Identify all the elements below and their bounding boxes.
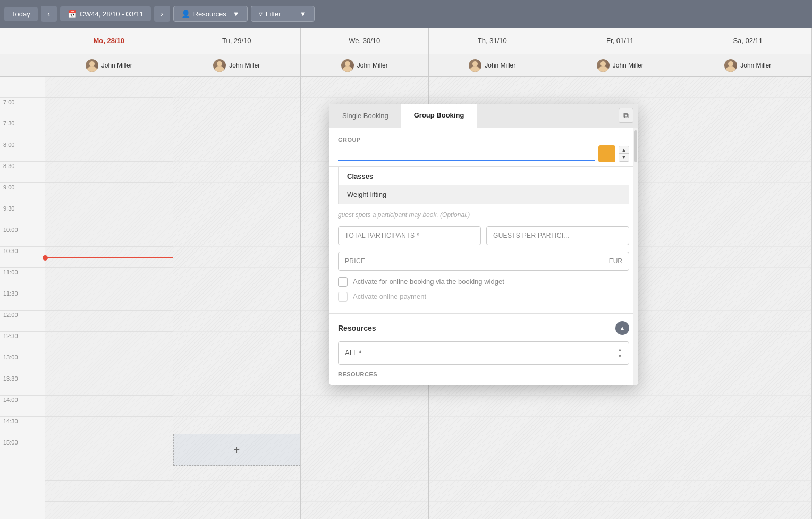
time-slot: 11:30 <box>0 289 45 311</box>
time-slot: 12:00 <box>0 311 45 332</box>
price-label: PRICE <box>345 257 609 265</box>
group-input-row: ▲ ▼ <box>338 145 629 162</box>
resources-header: Resources ▲ <box>338 321 629 335</box>
group-section: GROUP ▲ ▼ <box>329 128 638 167</box>
prev-week-button[interactable]: ‹ <box>41 6 57 22</box>
time-slot: 14:00 <box>0 396 45 417</box>
day-col-mon[interactable] <box>45 77 173 519</box>
resources-all-select[interactable]: ALL * ▲ ▼ <box>338 341 629 365</box>
modal-tabs: Single Booking Group Booking ⧉ <box>329 104 638 128</box>
next-week-button[interactable]: › <box>154 6 170 22</box>
modal-panel: Single Booking Group Booking ⧉ GROUP ▲ ▼ <box>329 104 638 385</box>
resource-name-wed: John Miller <box>357 62 388 69</box>
day-headers: Mo, 28/10 Tu, 29/10 We, 30/10 Th, 31/10 … <box>0 28 812 54</box>
today-button[interactable]: Today <box>4 7 38 21</box>
time-slot: 13:00 <box>0 353 45 374</box>
group-label: GROUP <box>338 137 629 143</box>
arrow-up-button[interactable]: ▲ <box>619 146 629 154</box>
resources-selector[interactable]: 👤 Resources ▼ <box>173 6 248 22</box>
time-slot: 8:30 <box>0 162 45 183</box>
toolbar: Today ‹ 📅 CW44, 28/10 - 03/11 › 👤 Resour… <box>0 0 812 28</box>
resource-cell-thu: John Miller <box>429 54 557 76</box>
time-slot: 9:30 <box>0 204 45 225</box>
time-slot: 8:00 <box>0 140 45 162</box>
day-header-mon: Mo, 28/10 <box>45 28 173 54</box>
resources-dropdown-icon: ▼ <box>233 10 240 18</box>
total-participants-field[interactable]: TOTAL PARTICIPANTS * <box>338 226 481 245</box>
resource-name-sat: John Miller <box>740 62 771 69</box>
select-down-icon: ▼ <box>618 354 622 359</box>
checkbox-online-payment: Activate online payment <box>338 292 629 302</box>
filter-selector[interactable]: ▿ Filter ▼ <box>251 6 315 22</box>
header-spacer <box>0 28 45 54</box>
online-booking-checkbox[interactable] <box>338 277 348 287</box>
price-field[interactable]: PRICE EUR <box>338 252 629 271</box>
tab-group-booking[interactable]: Group Booking <box>401 104 477 128</box>
resources-all-label: ALL * <box>345 349 618 357</box>
online-payment-checkbox[interactable] <box>338 292 348 302</box>
avatar-thu <box>469 59 481 72</box>
resources-collapse-button[interactable]: ▲ <box>615 321 629 335</box>
time-slot: 14:30 <box>0 417 45 438</box>
scrollbar-track[interactable] <box>633 128 638 385</box>
time-slot: 12:30 <box>0 332 45 353</box>
time-slot: 10:00 <box>0 225 45 247</box>
resources-title: Resources <box>338 324 376 332</box>
resources-label: Resources <box>193 10 230 18</box>
week-selector[interactable]: 📅 CW44, 28/10 - 03/11 <box>60 6 151 21</box>
time-slot: 11:00 <box>0 268 45 289</box>
calendar-icon: 📅 <box>67 10 77 18</box>
arrow-down-button[interactable]: ▼ <box>619 154 629 161</box>
day-col-tue[interactable]: + <box>173 77 301 519</box>
time-slot: 10:30 <box>0 247 45 268</box>
time-slot: 7:30 <box>0 119 45 140</box>
resources-select-arrows: ▲ ▼ <box>618 347 622 359</box>
group-input[interactable] <box>338 147 595 161</box>
dropdown-item-weightlifting[interactable]: Weight lifting <box>339 185 629 204</box>
time-slot <box>0 77 45 98</box>
time-slot: 15:00 <box>0 438 45 459</box>
resource-spacer <box>0 54 45 76</box>
day-header-thu: Th, 31/10 <box>429 28 557 54</box>
day-header-fri: Fr, 01/11 <box>556 28 684 54</box>
group-arrows: ▲ ▼ <box>619 146 629 162</box>
select-up-icon: ▲ <box>618 347 622 353</box>
filter-dropdown-icon: ▼ <box>300 10 307 18</box>
resource-name-mon: John Miller <box>102 62 132 69</box>
dropdown-category: Classes <box>339 167 629 185</box>
form-section: guest spots a participant may book. (Opt… <box>329 204 638 313</box>
current-time-dot <box>43 255 48 261</box>
time-slot: 7:00 <box>0 98 45 119</box>
resources-label: RESOURCES <box>338 371 629 378</box>
day-col-sat[interactable] <box>684 77 813 519</box>
time-slot: 13:30 <box>0 374 45 396</box>
day-header-wed: We, 30/10 <box>301 28 429 54</box>
time-slot: 9:00 <box>0 183 45 204</box>
filter-label: Filter <box>266 10 297 18</box>
resource-cell-tue: John Miller <box>173 54 301 76</box>
resource-name-fri: John Miller <box>613 62 644 69</box>
add-slot-button[interactable]: + <box>173 434 301 466</box>
resource-name-tue: John Miller <box>229 62 260 69</box>
resources-person-icon: 👤 <box>181 10 190 18</box>
hint-text: guest spots a participant may book. (Opt… <box>338 211 629 220</box>
online-booking-label: Activate for online booking via the book… <box>353 278 504 286</box>
tab-single-booking[interactable]: Single Booking <box>329 104 401 128</box>
guests-per-field[interactable]: GUESTS PER PARTICI... <box>486 226 629 245</box>
avatar-sat <box>724 59 737 72</box>
chevron-up-icon: ▲ <box>619 324 625 332</box>
avatar-fri <box>597 59 610 72</box>
modal-content: GROUP ▲ ▼ Classes Weight lifting guest s… <box>329 128 638 385</box>
modal-body: GROUP ▲ ▼ Classes Weight lifting guest s… <box>329 128 638 385</box>
scrollbar-thumb[interactable] <box>634 130 637 162</box>
day-header-tue: Tu, 29/10 <box>173 28 301 54</box>
group-color-button[interactable] <box>598 145 615 162</box>
expand-modal-button[interactable]: ⧉ <box>619 108 633 123</box>
resource-cell-sat: John Miller <box>684 54 813 76</box>
group-dropdown: Classes Weight lifting <box>338 167 629 204</box>
current-time-line <box>45 257 173 258</box>
resource-headers: John Miller John Miller John Miller John… <box>0 54 812 77</box>
price-currency: EUR <box>609 257 622 265</box>
resource-cell-wed: John Miller <box>301 54 429 76</box>
week-label: CW44, 28/10 - 03/11 <box>80 10 143 18</box>
